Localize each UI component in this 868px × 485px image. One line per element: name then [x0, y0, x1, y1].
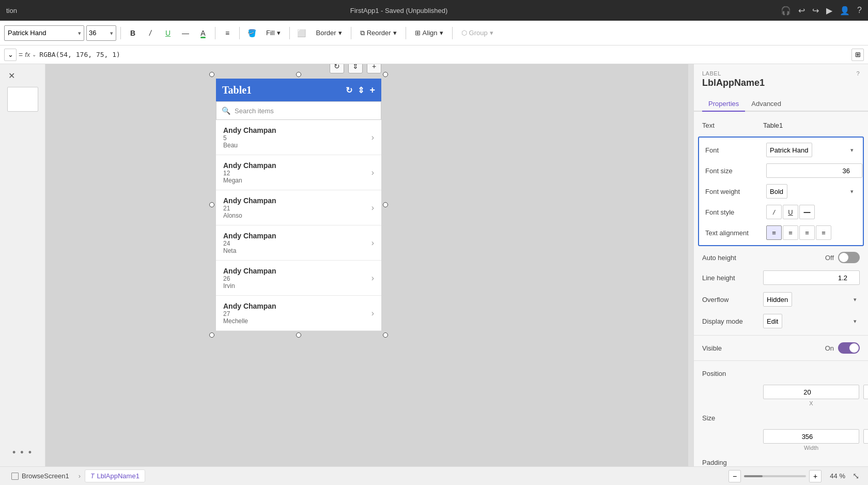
handle-bottom-center[interactable] — [296, 332, 301, 338]
widget-toolbar: ↻ ⇕ + — [330, 64, 381, 73]
font-select[interactable]: Patrick Hand — [766, 143, 812, 157]
auto-height-toggle-container: Off — [825, 252, 860, 263]
align-left-button[interactable]: ≡ — [766, 225, 782, 240]
size-width-input[interactable] — [763, 429, 859, 444]
auto-height-toggle[interactable] — [838, 252, 860, 263]
text-align-property-row: Text alignment ≡ ≡ ≡ ≡ — [699, 222, 863, 243]
widget-add-button[interactable]: + — [367, 64, 381, 73]
search-icon: 🔍 — [222, 107, 230, 115]
gallery-item[interactable]: Andy Champan 12 Megan › — [216, 155, 381, 190]
zoom-slider[interactable] — [744, 475, 806, 477]
toolbar-sep-4 — [289, 27, 290, 39]
formula-bar: ⌄ = fx ⌄ ⊞ — [0, 46, 868, 64]
tab-advanced[interactable]: Advanced — [745, 96, 787, 112]
bold-button[interactable]: B — [125, 25, 141, 41]
display-mode-select[interactable]: Edit — [763, 314, 782, 328]
widget-rotate-button[interactable]: ↻ — [330, 64, 344, 73]
undo-icon[interactable]: ↩ — [798, 6, 805, 16]
border-icon-button[interactable]: ⬜ — [294, 25, 309, 41]
props-help-icon[interactable]: ? — [856, 70, 860, 77]
play-icon[interactable]: ▶ — [826, 6, 832, 16]
italic-style-button[interactable]: / — [766, 205, 782, 219]
fill-button[interactable]: Fill ▾ — [261, 25, 285, 41]
gallery-item[interactable]: Andy Champan 24 Neta › — [216, 225, 381, 261]
user-icon[interactable]: 👤 — [840, 6, 850, 16]
lbl-app-name-tab[interactable]: T LblAppName1 — [85, 469, 145, 482]
handle-middle-right[interactable] — [383, 202, 388, 207]
align-button[interactable]: ⊞ Align ▾ — [410, 25, 448, 41]
align-right-button[interactable]: ≡ — [799, 225, 815, 240]
italic-button[interactable]: / — [143, 25, 158, 41]
text-value: Table1 — [763, 122, 860, 129]
handle-top-left[interactable] — [209, 72, 214, 77]
text-label: Text — [702, 122, 759, 129]
fill-chevron-icon: ▾ — [277, 29, 281, 37]
tab-properties[interactable]: Properties — [702, 96, 745, 112]
handle-top-center[interactable] — [296, 72, 301, 77]
group-button[interactable]: ⬡ Group ▾ — [457, 25, 498, 41]
gallery-widget[interactable]: ↻ ⇕ + Table1 ↻ ⇕ + — [216, 79, 381, 331]
align-justify-button[interactable]: ≡ — [816, 225, 831, 240]
handle-bottom-left[interactable] — [209, 332, 214, 338]
gallery-item[interactable]: Andy Champan 26 Irvin › — [216, 261, 381, 296]
handle-bottom-right[interactable] — [383, 332, 388, 338]
text-align-button[interactable]: ≡ — [220, 25, 235, 41]
formula-equals: = — [19, 51, 23, 59]
display-mode-select-wrapper: Edit — [763, 314, 860, 328]
visible-toggle[interactable] — [838, 342, 860, 354]
widget-resize-button[interactable]: ⇕ — [348, 64, 363, 73]
fullscreen-button[interactable]: ⤡ — [849, 470, 862, 482]
size-width-field: Width — [763, 429, 859, 451]
canvas-scrollbar[interactable] — [688, 64, 693, 466]
gallery-item[interactable]: Andy Champan 21 Alonso › — [216, 190, 381, 225]
canvas-area[interactable]: ↻ ⇕ + Table1 ↻ ⇕ + — [45, 64, 693, 466]
headset-icon[interactable]: 🎧 — [781, 6, 791, 16]
item-info: Andy Champan 12 Megan — [223, 161, 371, 184]
overflow-select[interactable]: Hidden — [763, 292, 792, 307]
item-chevron-icon: › — [371, 203, 374, 213]
browse-screen-tab[interactable]: BrowseScreen1 — [6, 470, 74, 482]
align-icon: ⊞ — [415, 29, 421, 37]
strikethrough-button[interactable]: — — [178, 25, 193, 41]
formula-chevron-icon[interactable]: ⌄ — [32, 52, 36, 57]
handle-top-right[interactable] — [383, 72, 388, 77]
gallery-item[interactable]: Andy Champan 27 Mechelle › — [216, 296, 381, 331]
gallery-rotate-icon[interactable]: ↻ — [346, 85, 352, 95]
item-sub: Neta — [223, 247, 371, 254]
paint-bucket-button[interactable]: 🪣 — [244, 25, 259, 41]
font-size-input[interactable] — [766, 163, 862, 178]
border-button[interactable]: Border ▾ — [312, 25, 347, 41]
font-size-select[interactable]: 36 — [86, 25, 116, 41]
align-center-button[interactable]: ≡ — [783, 225, 798, 240]
line-height-input[interactable] — [763, 270, 860, 285]
underline-button[interactable]: U — [160, 25, 176, 41]
help-icon[interactable]: ? — [857, 6, 862, 15]
gallery-sort-icon[interactable]: ⇕ — [358, 85, 364, 95]
item-name: Andy Champan — [223, 196, 371, 205]
formula-fx-label[interactable]: fx — [25, 51, 30, 58]
underline-style-button[interactable]: U — [783, 205, 798, 219]
zoom-in-button[interactable]: + — [809, 470, 822, 482]
font-color-button[interactable]: A — [195, 25, 211, 41]
redo-icon[interactable]: ↪ — [812, 6, 819, 16]
formula-expand-right-button[interactable]: ⊞ — [851, 49, 864, 61]
handle-middle-left[interactable] — [209, 202, 214, 207]
position-y-input[interactable] — [863, 385, 868, 399]
strikethrough-style-button[interactable]: — — [799, 205, 815, 219]
font-style-buttons: / U — — [766, 205, 815, 219]
formula-expand-button[interactable]: ⌄ — [4, 49, 17, 61]
size-height-input[interactable] — [863, 429, 868, 444]
sidebar-more-dots[interactable]: • • • — [12, 447, 33, 458]
font-weight-select[interactable]: Bold — [766, 184, 787, 199]
gallery-add-icon[interactable]: + — [369, 85, 375, 96]
breadcrumb-arrow: › — [79, 472, 81, 480]
gallery-item[interactable]: Andy Champan 5 Beau › — [216, 120, 381, 155]
close-button[interactable]: ✕ — [4, 68, 19, 83]
divider-2 — [694, 360, 868, 361]
reorder-button[interactable]: ⧉ Reorder ▾ — [355, 25, 401, 41]
size-values-row: Width Height — [694, 427, 868, 453]
zoom-out-button[interactable]: − — [729, 470, 741, 482]
formula-input[interactable] — [39, 48, 848, 62]
position-x-input[interactable] — [763, 385, 859, 399]
font-family-select[interactable]: Patrick Hand — [4, 25, 84, 41]
